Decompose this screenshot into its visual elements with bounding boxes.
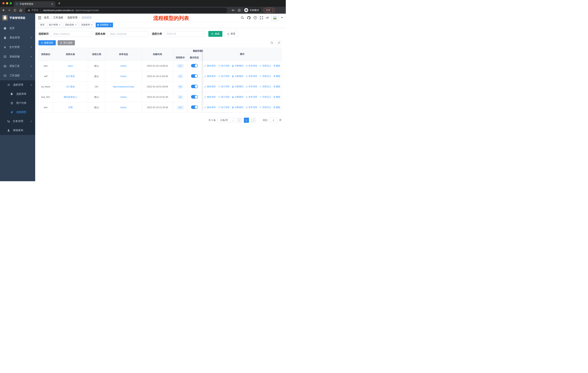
sidebar-item-leave-query[interactable]: 请假查询	[0, 126, 35, 135]
process-category-select[interactable]: 流程分类	[164, 31, 206, 37]
tag-my-process[interactable]: 我的流程 ✕	[63, 23, 78, 27]
update-button[interactable]: 更新	[264, 8, 275, 13]
sidebar-item-user-group[interactable]: 用户分组	[0, 99, 35, 108]
breadcrumb-process-management[interactable]: 流程管理	[67, 16, 77, 19]
assign-rule-link[interactable]: 分配规则	[232, 75, 243, 78]
process-definition-link[interactable]: 流程定义	[260, 95, 271, 99]
edit-process-link[interactable]: 修改流程	[204, 106, 216, 109]
search-icon[interactable]	[241, 16, 244, 20]
process-name-link[interactable]: OA 请假	[66, 85, 74, 88]
design-process-link[interactable]: 设计流程	[218, 85, 230, 88]
bookmark-star-icon[interactable]	[238, 9, 241, 12]
collapse-sidebar-icon[interactable]	[38, 16, 41, 19]
active-toggle[interactable]	[191, 64, 198, 67]
active-toggle[interactable]	[191, 95, 198, 99]
close-window-button[interactable]	[2, 2, 5, 4]
close-icon[interactable]: ✕	[75, 24, 77, 26]
show-search-icon[interactable]	[269, 40, 275, 46]
publish-process-link[interactable]: 发布流程	[246, 106, 257, 109]
tag-process-model[interactable]: 流程模型 ✕	[96, 23, 113, 27]
process-name-link[interactable]: 滔博	[68, 106, 73, 109]
assign-rule-link[interactable]: 分配规则	[232, 106, 243, 109]
form-link[interactable]: biubiu	[120, 106, 126, 109]
process-definition-link[interactable]: 流程定义	[260, 85, 271, 88]
edit-process-link[interactable]: 修改流程	[204, 75, 216, 78]
form-link[interactable]: biubiu	[120, 65, 126, 67]
sidebar-item-process-management[interactable]: 流程管理 ▲	[0, 80, 35, 90]
process-definition-link[interactable]: 流程定义	[260, 106, 271, 109]
assign-rule-link[interactable]: 分配规则	[232, 85, 243, 88]
maximize-window-button[interactable]	[10, 2, 12, 4]
goto-page-input[interactable]	[269, 118, 277, 123]
assign-rule-link[interactable]: 分配规则	[232, 95, 243, 99]
breadcrumb-workflow[interactable]: 工作流程	[53, 16, 63, 19]
browser-tab[interactable]: 芋道管理系统	[14, 1, 55, 7]
sidebar-item-process-model[interactable]: 流程模型	[0, 108, 35, 117]
assign-rule-link[interactable]: 分配规则	[232, 64, 243, 67]
sidebar-item-process-form[interactable]: 流程表单	[0, 90, 35, 99]
close-icon[interactable]: ✕	[59, 24, 61, 26]
delete-link[interactable]: 删除	[273, 106, 280, 109]
publish-process-link[interactable]: 发布流程	[246, 85, 257, 88]
page-number-1[interactable]: 1	[244, 118, 249, 123]
browser-menu-icon[interactable]	[272, 9, 273, 11]
tag-tenant[interactable]: 租户管理 ✕	[47, 23, 62, 27]
sidebar-item-system[interactable]: 系统管理 ▼	[0, 33, 35, 42]
page-size-select[interactable]: 10条/页	[218, 118, 235, 123]
avatar[interactable]	[271, 14, 278, 21]
active-toggle[interactable]	[191, 74, 198, 78]
delete-link[interactable]: 删除	[273, 95, 280, 99]
process-name-input[interactable]	[107, 31, 149, 37]
process-definition-link[interactable]: 流程定义	[260, 64, 271, 67]
sidebar-item-workflow[interactable]: 工作流程 ▲	[0, 71, 35, 80]
publish-process-link[interactable]: 发布流程	[246, 75, 257, 78]
next-page-button[interactable]: ›	[251, 118, 256, 123]
process-definition-link[interactable]: 流程定义	[260, 75, 271, 78]
avatar-caret-icon[interactable]	[281, 17, 283, 18]
address-bar[interactable]: 不安全 dashboard.yudao.iocoder.cn/bpm/manag…	[25, 8, 227, 13]
publish-process-link[interactable]: 发布流程	[246, 64, 257, 67]
home-icon[interactable]	[19, 9, 22, 12]
minimize-window-button[interactable]	[6, 2, 8, 4]
design-process-link[interactable]: 设计流程	[218, 64, 230, 67]
security-indicator[interactable]: 不安全	[28, 9, 38, 12]
refresh-table-icon[interactable]	[276, 40, 282, 46]
back-icon[interactable]	[2, 9, 5, 12]
reset-button[interactable]: 重置	[224, 31, 238, 37]
prev-page-button[interactable]: ‹	[237, 118, 242, 123]
sidebar-item-infrastructure[interactable]: 基础设施 ▼	[0, 52, 35, 61]
active-toggle[interactable]	[191, 85, 198, 88]
new-tab-button[interactable]	[58, 2, 61, 5]
help-icon[interactable]	[253, 16, 257, 20]
edit-process-link[interactable]: 修改流程	[204, 64, 216, 67]
edit-process-link[interactable]: 修改流程	[204, 85, 216, 88]
design-process-link[interactable]: 设计流程	[218, 106, 230, 109]
process-name-link[interactable]: eeee	[68, 65, 73, 67]
close-icon[interactable]: ✕	[91, 24, 93, 26]
edit-process-link[interactable]: 修改流程	[204, 95, 216, 99]
process-id-input[interactable]	[51, 31, 92, 37]
delete-link[interactable]: 删除	[273, 85, 280, 88]
form-link[interactable]: biubiu	[120, 75, 126, 78]
search-button[interactable]: 搜索	[208, 31, 222, 37]
design-process-link[interactable]: 设计流程	[218, 95, 230, 99]
tag-home[interactable]: 首页	[38, 23, 46, 27]
create-process-button[interactable]: 新建流程	[38, 40, 56, 45]
import-process-button[interactable]: 导入流程	[58, 40, 75, 45]
delete-link[interactable]: 删除	[273, 64, 280, 67]
design-process-link[interactable]: 设计流程	[218, 75, 230, 78]
breadcrumb-home[interactable]: 首页	[44, 16, 49, 19]
sidebar-item-home[interactable]: 首页	[0, 23, 35, 33]
key-icon[interactable]	[231, 8, 235, 12]
fullscreen-icon[interactable]	[260, 16, 263, 20]
forward-icon[interactable]	[8, 9, 11, 12]
form-link[interactable]: /bpm/oa/leave/create	[113, 85, 134, 88]
process-name-link[interactable]: 测试多审批人	[64, 96, 77, 98]
sidebar-item-dev-tools[interactable]: 研发工具 ▼	[0, 61, 35, 71]
process-name-link[interactable]: 自己审批	[66, 75, 75, 78]
window-controls[interactable]	[2, 2, 12, 4]
tag-process-form[interactable]: 流程表单 ✕	[79, 23, 94, 27]
github-icon[interactable]	[247, 16, 251, 20]
publish-process-link[interactable]: 发布流程	[246, 95, 257, 99]
close-icon[interactable]: ✕	[110, 24, 111, 26]
